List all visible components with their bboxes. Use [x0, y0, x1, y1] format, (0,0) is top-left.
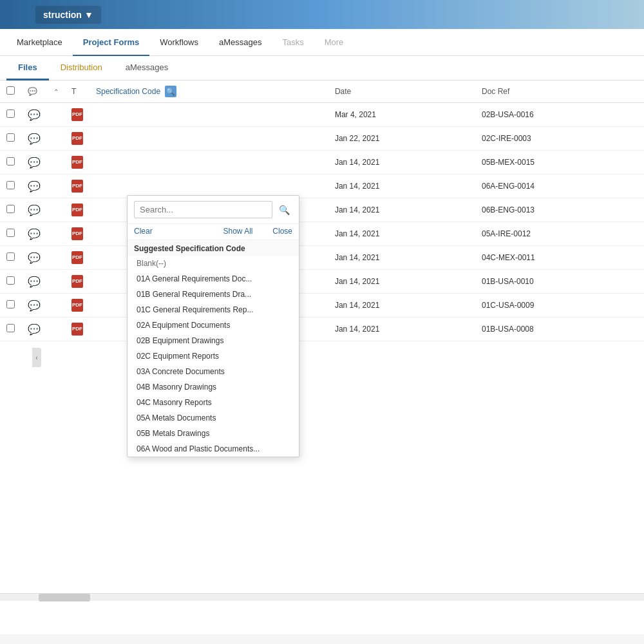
date-cell: Jan 14, 2021 [328, 151, 475, 175]
pdf-icon: PDF [71, 156, 83, 169]
content-area: ‹ 💬 ⌃ T Specification Code 🔍 [0, 80, 644, 634]
comment-icon: 💬 [28, 276, 41, 287]
pdf-icon: PDF [71, 227, 83, 240]
nav-project-forms[interactable]: Project Forms [73, 29, 149, 56]
select-all-checkbox[interactable] [6, 86, 15, 95]
pdf-icon: PDF [71, 323, 83, 336]
date-cell: Mar 4, 2021 [328, 103, 475, 127]
date-cell: Jan 14, 2021 [328, 198, 475, 222]
dropdown-item[interactable]: 06A Wood and Plastic Documents... [128, 441, 299, 457]
comment-icon: 💬 [28, 109, 41, 120]
doc-ref-cell: 06A-ENG-0014 [475, 175, 644, 198]
nav-amessages[interactable]: aMessages [209, 29, 272, 56]
nav-more[interactable]: More [314, 29, 354, 56]
collapse-arrow[interactable]: ‹ [32, 348, 41, 367]
pdf-icon: PDF [71, 299, 83, 312]
row-checkbox[interactable] [6, 205, 15, 213]
dropdown-item[interactable]: 01C General Requirements Rep... [128, 302, 299, 317]
pdf-icon: PDF [71, 204, 83, 216]
row-checkbox[interactable] [6, 252, 15, 261]
table-row: 💬 PDF Jan 22, 2021 02C-IRE-0003 [0, 127, 644, 151]
tab-amessages[interactable]: aMessages [114, 56, 180, 80]
doc-ref-cell: 01B-USA-0010 [475, 270, 644, 294]
dropdown-item[interactable]: 02B Equipment Drawings [128, 333, 299, 348]
date-cell: Jan 22, 2021 [328, 127, 475, 151]
dropdown-item[interactable]: Blank(--) [128, 256, 299, 271]
row-checkbox[interactable] [6, 133, 15, 142]
pdf-icon: PDF [71, 251, 83, 264]
row-checkbox[interactable] [6, 181, 15, 189]
dropdown-item[interactable]: 01A General Requirements Doc... [128, 271, 299, 287]
doc-ref-header: Doc Ref [475, 80, 644, 103]
row-checkbox[interactable] [6, 229, 15, 237]
table-row: 💬 PDF Jan 14, 2021 04C-MEX-0011 [0, 246, 644, 270]
action-row: Clear Show All Close [128, 224, 299, 240]
spec-code-cell [90, 127, 328, 151]
dropdown-item[interactable]: 02A Equipment Documents [128, 317, 299, 333]
top-bar: struction ▼ [0, 0, 644, 29]
dropdown-item[interactable]: 01B General Requirements Dra... [128, 287, 299, 302]
main-nav: Marketplace Project Forms Workflows aMes… [0, 29, 644, 56]
comment-icon: 💬 [28, 229, 41, 240]
dropdown-item[interactable]: 05B Metals Drawings [128, 426, 299, 441]
spec-search-input[interactable] [134, 201, 272, 218]
search-row: 🔍 [128, 196, 299, 224]
row-checkbox[interactable] [6, 276, 15, 285]
doc-ref-cell: 06B-ENG-0013 [475, 198, 644, 222]
tab-distribution[interactable]: Distribution [49, 56, 114, 80]
nav-tasks[interactable]: Tasks [272, 29, 314, 56]
doc-ref-cell: 01C-USA-0009 [475, 294, 644, 317]
spec-search-button[interactable]: 🔍 [276, 204, 292, 216]
show-all-link[interactable]: Show All [204, 227, 273, 236]
hscroll-thumb[interactable] [39, 594, 90, 601]
doc-ref-cell: 05A-IRE-0012 [475, 222, 644, 246]
table-row: 💬 PDF Jan 14, 2021 05A-IRE-0012 [0, 222, 644, 246]
comment-icon: 💬 [28, 181, 41, 192]
date-header: Date [328, 80, 475, 103]
date-cell: Jan 14, 2021 [328, 317, 475, 341]
table-row: 💬 PDF Jan 14, 2021 01B-USA-0010 [0, 270, 644, 294]
comment-icon: 💬 [28, 157, 41, 168]
nav-marketplace[interactable]: Marketplace [6, 29, 73, 56]
spec-code-cell [90, 103, 328, 127]
dropdown-section-title: Suggested Specification Code [128, 240, 299, 256]
spec-code-header[interactable]: Specification Code 🔍 [90, 80, 328, 103]
table-row: 💬 PDF Mar 4, 2021 02B-USA-0016 [0, 103, 644, 127]
row-checkbox[interactable] [6, 324, 15, 332]
spec-code-label: Specification Code [96, 87, 160, 96]
dropdown-item[interactable]: 04B Masonry Drawings [128, 379, 299, 395]
date-cell: Jan 14, 2021 [328, 294, 475, 317]
tab-files[interactable]: Files [6, 56, 49, 80]
comment-icon: 💬 [28, 87, 37, 96]
doc-ref-cell: 05B-MEX-0015 [475, 151, 644, 175]
table-row: 💬 PDF Jan 14, 2021 05B-MEX-0015 [0, 151, 644, 175]
dropdown-item[interactable]: 02C Equipment Reports [128, 348, 299, 364]
table-row: 💬 PDF Jan 14, 2021 06A-ENG-0014 [0, 175, 644, 198]
doc-ref-cell: 02B-USA-0016 [475, 103, 644, 127]
table-row: 💬 PDF Jan 14, 2021 01B-USA-0008 [0, 317, 644, 341]
horizontal-scrollbar[interactable] [0, 593, 644, 601]
pdf-icon: PDF [71, 108, 83, 121]
pdf-icon: PDF [71, 132, 83, 145]
close-link[interactable]: Close [272, 227, 292, 236]
brand-dropdown-arrow: ▼ [84, 10, 93, 20]
dropdown-item[interactable]: 03A Concrete Documents [128, 364, 299, 379]
comment-icon: 💬 [28, 300, 41, 311]
row-checkbox[interactable] [6, 157, 15, 166]
row-checkbox[interactable] [6, 300, 15, 308]
sort-arrows[interactable]: ⌃ [53, 88, 59, 95]
brand-button[interactable]: struction ▼ [35, 6, 101, 24]
type-header: T [71, 87, 76, 96]
dropdown-item[interactable]: 04C Masonry Reports [128, 395, 299, 410]
spec-code-search-icon[interactable]: 🔍 [165, 86, 176, 97]
doc-ref-cell: 01B-USA-0008 [475, 317, 644, 341]
table-row: 💬 PDF Jan 14, 2021 06B-ENG-0013 [0, 198, 644, 222]
pdf-icon: PDF [71, 180, 83, 193]
pdf-icon: PDF [71, 275, 83, 288]
nav-workflows[interactable]: Workflows [149, 29, 209, 56]
row-checkbox[interactable] [6, 109, 15, 118]
dropdown-item[interactable]: 05A Metals Documents [128, 410, 299, 426]
date-cell: Jan 14, 2021 [328, 175, 475, 198]
clear-link[interactable]: Clear [134, 227, 204, 236]
comment-icon: 💬 [28, 324, 41, 335]
